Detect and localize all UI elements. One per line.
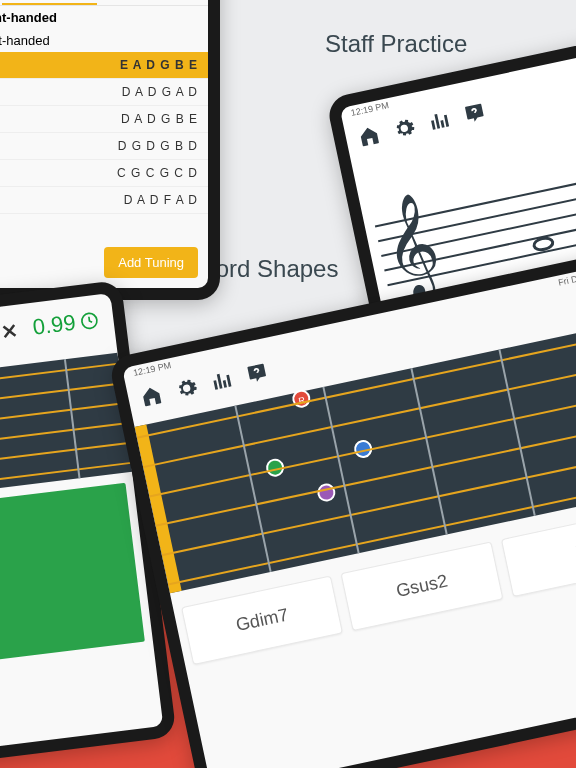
fret-dot	[316, 482, 337, 503]
tuning-row[interactable]: D A D G A D	[0, 79, 208, 106]
hand-right[interactable]: Right-handed	[0, 6, 208, 29]
tuning-row[interactable]: C G C G C D	[0, 160, 208, 187]
home-icon[interactable]	[356, 123, 382, 149]
help-icon[interactable]	[462, 100, 488, 126]
score-value: 1	[0, 317, 21, 347]
close-icon	[0, 320, 20, 342]
tuning-row[interactable]: D A D G B E	[0, 106, 208, 133]
heading-staff: Staff Practice	[325, 30, 467, 58]
hand-left[interactable]: Left-handed	[0, 29, 208, 52]
tablet-settings: Instrument Game Type Right-handed Left-h…	[0, 0, 220, 300]
chord-option-button[interactable]: E	[501, 507, 576, 597]
tuning-row[interactable]: D G D G B D	[0, 133, 208, 160]
bars-icon[interactable]	[426, 108, 452, 134]
gear-icon[interactable]	[174, 375, 200, 401]
gear-icon[interactable]	[391, 115, 417, 141]
add-tuning-button[interactable]: Add Tuning	[104, 247, 198, 278]
tab-instrument[interactable]: Instrument	[2, 0, 97, 5]
help-icon[interactable]	[244, 360, 270, 386]
clock-icon	[78, 310, 100, 332]
answer-panel[interactable]	[0, 483, 145, 681]
bars-icon[interactable]	[209, 368, 235, 394]
tuning-row[interactable]: E A D G B E	[0, 52, 208, 79]
home-icon[interactable]	[138, 383, 164, 409]
tab-game-type[interactable]: Game Type	[97, 0, 192, 5]
chord-option-button[interactable]: Gdim7	[181, 575, 343, 665]
fret-dot-root: R	[291, 388, 312, 409]
chord-option-button[interactable]: Gsus2	[341, 541, 503, 631]
treble-clef-icon: 𝄞	[378, 212, 442, 282]
time-value: 0.99	[31, 307, 100, 341]
tablet-chords: 12:19 PMFri Dec 17 R Gdim7Gsus2E	[108, 251, 576, 768]
tuning-row[interactable]: D A D F A D	[0, 187, 208, 214]
